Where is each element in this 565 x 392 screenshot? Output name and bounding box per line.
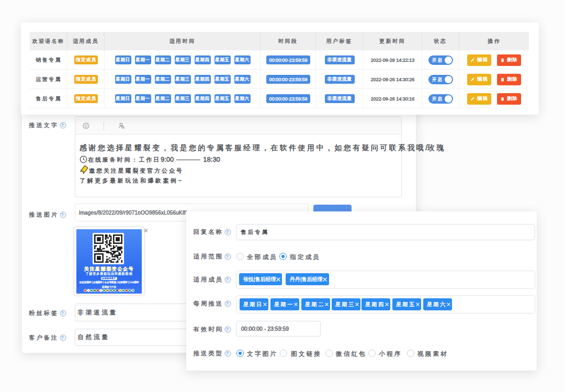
svg-text:?: ? [226, 277, 230, 282]
svg-text:?: ? [226, 351, 230, 356]
svg-text:?: ? [226, 254, 230, 259]
svg-text:?: ? [61, 212, 65, 217]
svg-text:?: ? [226, 229, 230, 234]
svg-text:?: ? [61, 310, 65, 316]
svg-text:?: ? [61, 335, 65, 340]
svg-text:?: ? [61, 122, 65, 128]
svg-text:?: ? [226, 327, 230, 332]
svg-text:?: ? [226, 301, 230, 306]
